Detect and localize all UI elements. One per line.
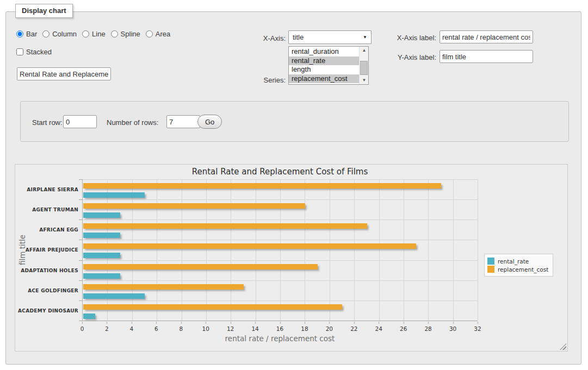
chart-row: ACADEMY DINOSAUR [83,300,478,321]
x-axis-label-field-label: X-Axis label: [375,34,436,42]
series-listbox-scrollbar[interactable]: ▲ ▼ [359,47,368,84]
bar-rental_rate [83,253,120,258]
y-axis-tick [79,220,83,220]
stacked-checkbox[interactable] [16,48,23,55]
bar-replacement_cost [83,304,342,310]
series-listbox[interactable]: rental_durationrental_ratelengthreplacem… [288,46,369,85]
series-option-rental_rate[interactable]: rental_rate [289,57,359,66]
number-of-rows-input[interactable] [166,115,200,128]
chart-type-radio-input-column[interactable] [42,30,49,37]
series-list-label: Series: [228,76,286,84]
chart-type-radio-input-spline[interactable] [111,30,118,37]
x-axis-tick [156,322,157,324]
x-axis-tick-label: 16 [276,325,283,332]
x-axis-tick-label: 8 [179,325,183,332]
y-axis-tick [79,300,83,301]
y-axis-tick [79,199,83,200]
x-axis-tick-label: 30 [449,325,456,332]
x-axis-select[interactable]: title ▼ [288,30,372,44]
chart-row: AGENT TRUMAN [83,199,478,220]
x-axis-tick [280,322,281,324]
number-of-rows-label: Number of rows: [107,118,158,127]
x-axis-tick [329,322,330,324]
x-axis-tick-label: 18 [301,325,308,332]
dropdown-arrow-icon: ▼ [363,35,367,40]
chart-type-radio-group: BarColumnLineSplineArea [16,30,176,39]
chart-type-radio-bar[interactable]: Bar [16,30,37,38]
x-axis-tick [379,322,379,324]
x-axis-tick [181,322,182,324]
x-axis-tick-label: 2 [105,325,109,332]
series-option-rental_duration[interactable]: rental_duration [289,47,359,57]
category-label: AIRPLANE SIERRA [12,187,78,192]
go-button[interactable]: Go [197,115,222,129]
x-axis-tick-label: 20 [326,325,333,332]
legend-label: replacement_cost [498,266,548,273]
chart-type-radio-input-line[interactable] [82,30,89,37]
bar-replacement_cost [83,203,305,209]
x-axis-tick [231,322,231,324]
x-axis-tick-label: 26 [400,325,407,332]
bar-rental_rate [83,233,120,238]
x-axis-tick [428,322,429,324]
scrollbar-thumb[interactable] [360,61,368,75]
chart-row: AIRPLANE SIERRA [83,179,478,199]
x-axis-tick-label: 14 [251,325,258,332]
fieldset-legend-title: Display chart [15,4,73,18]
x-axis-tick-label: 4 [130,325,134,332]
x-axis-label-input[interactable] [440,30,533,43]
y-axis-tick [79,260,83,261]
series-options: rental_durationrental_ratelengthreplacem… [289,47,359,83]
bar-replacement_cost [83,243,416,249]
chart-plot-area: AIRPLANE SIERRAAGENT TRUMANAFRICAN EGGAF… [82,179,478,321]
chart-row: AFRICAN EGG [83,220,478,240]
series-option-replacement_cost[interactable]: replacement_cost [289,74,359,84]
x-axis-tick [478,322,478,324]
scroll-down-icon[interactable]: ▼ [360,77,369,84]
category-label: ACADEMY DINOSAUR [12,308,78,313]
chart-type-radio-label: Spline [121,30,140,38]
x-axis-tick-label: 32 [474,325,481,332]
x-axis-tick [354,322,355,324]
chart-type-radio-input-bar[interactable] [16,30,23,37]
x-axis-tick [453,322,454,324]
chart-type-radio-spline[interactable]: Spline [111,30,140,38]
x-axis-tick [206,322,206,324]
x-axis: 02468101214161820222426283032 [82,322,478,334]
start-row-input[interactable] [63,115,97,128]
chart-type-radio-line[interactable]: Line [82,30,106,38]
x-axis-title: rental rate / replacement cost [82,334,478,343]
legend-swatch-rental_rate [487,258,494,265]
x-axis-tick-label: 10 [202,325,209,332]
scroll-up-icon[interactable]: ▲ [360,47,369,54]
series-option-length[interactable]: length [289,65,359,74]
chart-title: Rental Rate and Replacement Cost of Film… [82,167,478,177]
x-axis-select-label: X-Axis: [228,34,286,42]
y-axis-label-input[interactable] [440,50,533,63]
category-label: AGENT TRUMAN [12,207,78,212]
x-axis-tick [132,322,132,324]
page: Display chart BarColumnLineSplineArea St… [0,0,588,370]
y-axis-title: film title [18,223,28,277]
x-axis-tick [404,322,404,324]
bar-rental_rate [83,313,95,319]
resize-grip-icon[interactable] [560,343,566,350]
legend-label: rental_rate [498,258,529,265]
chart-title-input[interactable] [17,67,111,80]
chart-type-radio-label: Line [92,30,106,38]
category-label: ACE GOLDFINGER [12,288,78,293]
x-axis-select-value: title [293,33,304,41]
stacked-checkbox-label[interactable]: Stacked [16,48,52,56]
bar-replacement_cost [83,264,318,269]
legend-swatch-replacement_cost [487,266,494,273]
x-axis-tick-label: 12 [227,325,234,332]
bar-rental_rate [83,192,145,198]
chart-type-radio-column[interactable]: Column [42,30,77,38]
start-row-label: Start row: [32,118,63,127]
x-axis-tick-label: 22 [350,325,357,332]
chart-type-radio-input-area[interactable] [146,30,153,37]
chart-type-radio-label: Column [52,30,77,38]
chart-type-radio-area[interactable]: Area [146,30,170,38]
x-axis-tick [82,322,83,324]
x-axis-tick [255,322,256,324]
